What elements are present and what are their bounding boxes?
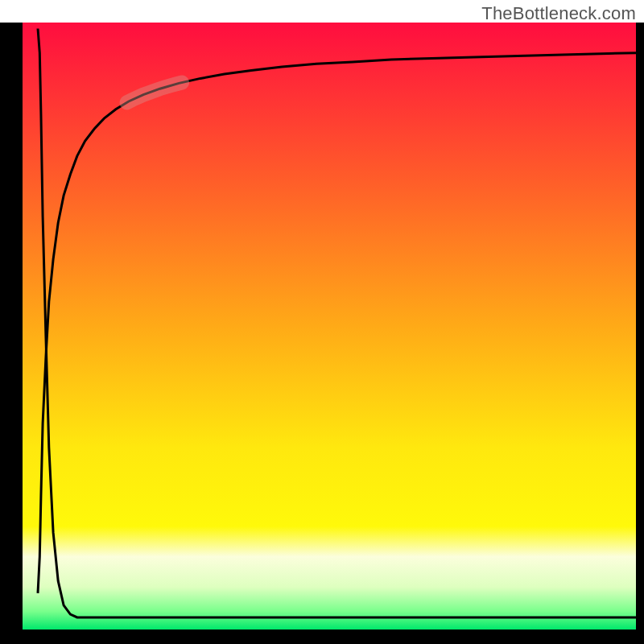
plot-background [23, 23, 636, 630]
axis-right [636, 23, 644, 644]
chart-wrapper: TheBottleneck.com [0, 0, 644, 644]
axis-bottom [0, 630, 644, 644]
axis-left [0, 23, 23, 644]
attribution-label: TheBottleneck.com [481, 3, 636, 24]
chart-svg [0, 0, 644, 644]
